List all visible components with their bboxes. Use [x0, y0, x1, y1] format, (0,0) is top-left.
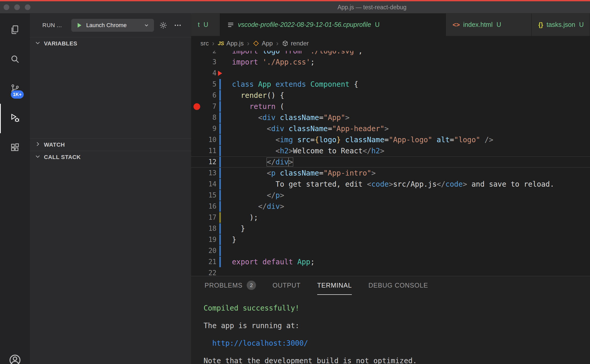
- activity-item-extensions[interactable]: [0, 133, 30, 163]
- code-line-18[interactable]: 18 }: [191, 223, 590, 234]
- breadcrumb-item-src[interactable]: src: [200, 40, 209, 47]
- breadcrumb-item-app-js[interactable]: JSApp.js: [218, 40, 244, 47]
- git-modified-gutter: [219, 134, 221, 145]
- code-line-17[interactable]: 17 );: [191, 212, 590, 223]
- breadcrumb-label: render: [291, 40, 309, 47]
- code-line-11[interactable]: 11 <h2>Welcome to React</h2>: [191, 145, 590, 156]
- section-header-variables[interactable]: VARIABLES: [30, 37, 191, 50]
- play-icon: [76, 22, 83, 29]
- more-actions-ellipsis-icon[interactable]: [173, 20, 183, 30]
- line-number[interactable]: 3: [191, 57, 216, 68]
- git-modified-gutter: [219, 112, 221, 123]
- line-number[interactable]: 12: [191, 156, 216, 168]
- panel-tab-output[interactable]: OUTPUT: [273, 276, 301, 295]
- account-icon[interactable]: [8, 353, 22, 364]
- run-panel-title: RUN ...: [42, 22, 62, 29]
- section-header-call-stack[interactable]: CALL STACK: [30, 151, 191, 163]
- debug-settings-gear-icon[interactable]: [158, 20, 168, 30]
- line-number[interactable]: 20: [191, 245, 216, 256]
- chevron-down-icon: [35, 40, 41, 48]
- terminal-localhost-link[interactable]: http://localhost:3000/: [204, 335, 590, 352]
- code-line-13[interactable]: 13 <p className="App-intro">: [191, 168, 590, 179]
- activity-item-explorer[interactable]: [0, 15, 30, 45]
- line-number[interactable]: 5: [191, 79, 216, 90]
- editor-tab-tasks-json[interactable]: {}tasks.jsonU: [532, 13, 590, 36]
- editor-tab-t[interactable]: tU: [191, 13, 220, 36]
- search-icon: [10, 54, 20, 65]
- line-number[interactable]: 11: [191, 145, 216, 156]
- editor-group: tUvscode-profile-2022-08-29-12-01-56.cpu…: [191, 13, 590, 364]
- line-number[interactable]: 16: [191, 201, 216, 212]
- git-modified-gutter: [219, 101, 221, 112]
- code-editor[interactable]: 2import logo from './logo.svg';3import '…: [191, 51, 590, 276]
- window-title: App.js — test-react-debug: [337, 4, 406, 11]
- code-line-5[interactable]: 5class App extends Component {: [191, 79, 590, 90]
- panel-tab-terminal[interactable]: TERMINAL: [317, 276, 352, 295]
- code-text: <div className="App">: [232, 112, 350, 123]
- line-number[interactable]: 2: [191, 51, 216, 57]
- minimize-window-button[interactable]: [14, 4, 20, 10]
- code-line-4[interactable]: 4: [191, 68, 590, 79]
- zoom-window-button[interactable]: [25, 4, 30, 10]
- variables-empty-body: [30, 50, 191, 138]
- line-number[interactable]: 9: [191, 123, 216, 134]
- code-line-22[interactable]: 22: [191, 267, 590, 276]
- activity-item-run-and-debug[interactable]: [0, 104, 30, 133]
- panel-tab-problems[interactable]: PROBLEMS2: [205, 276, 256, 295]
- chevron-right-icon: [35, 141, 41, 149]
- code-text: }: [232, 234, 236, 245]
- profile-file-icon: [227, 21, 235, 29]
- code-line-16[interactable]: 16 </div>: [191, 201, 590, 212]
- panel-tab-debug-console[interactable]: DEBUG CONSOLE: [368, 276, 428, 295]
- line-number[interactable]: 17: [191, 212, 216, 223]
- breadcrumb-item-render[interactable]: render: [282, 40, 309, 47]
- debug-launch-config-button[interactable]: Launch Chrome: [71, 19, 154, 32]
- bracket-match-box: </div: [267, 158, 289, 166]
- code-line-14[interactable]: 14 To get started, edit <code>src/App.js…: [191, 179, 590, 190]
- screen-share-border: [0, 0, 590, 1]
- line-number[interactable]: 8: [191, 112, 216, 123]
- line-number[interactable]: 14: [191, 179, 216, 190]
- line-number[interactable]: 18: [191, 223, 216, 234]
- code-line-9[interactable]: 9 <div className="App-header">: [191, 123, 590, 134]
- section-header-watch[interactable]: WATCH: [30, 138, 191, 151]
- editor-tab-vscode-profile-2022-08-29-12-01-56-cpuprofile[interactable]: vscode-profile-2022-08-29-12-01-56.cpupr…: [220, 13, 446, 36]
- editor-tab-index-html[interactable]: <>index.htmlU: [446, 13, 532, 36]
- git-modified-gutter: [219, 146, 221, 156]
- code-line-10[interactable]: 10 <img src={logo} className="App-logo" …: [191, 134, 590, 145]
- terminal-output[interactable]: Compiled successfully!The app is running…: [191, 295, 590, 364]
- code-text: <img src={logo} className="App-logo" alt…: [232, 134, 493, 145]
- code-line-12[interactable]: 12 </div>: [191, 156, 590, 168]
- code-line-6[interactable]: 6 render() {: [191, 90, 590, 101]
- code-line-2[interactable]: 2import logo from './logo.svg';: [191, 51, 590, 57]
- line-number[interactable]: 15: [191, 190, 216, 201]
- breadcrumb-separator-icon: ›: [212, 39, 214, 48]
- breadcrumb-item-app[interactable]: App: [253, 40, 273, 47]
- code-line-3[interactable]: 3import './App.css';: [191, 57, 590, 68]
- code-text: import logo from './logo.svg';: [232, 51, 363, 57]
- line-number[interactable]: 21: [191, 256, 216, 267]
- line-number[interactable]: 13: [191, 168, 216, 179]
- breakpoint-indicator[interactable]: [193, 103, 200, 110]
- close-window-button[interactable]: [4, 4, 9, 10]
- line-number[interactable]: 4: [191, 68, 216, 79]
- title-bar: App.js — test-react-debug: [0, 1, 590, 13]
- line-number[interactable]: 6: [191, 90, 216, 101]
- code-line-7[interactable]: 7 return (: [191, 101, 590, 112]
- panel-tab-bar: PROBLEMS2OUTPUTTERMINALDEBUG CONSOLE: [191, 276, 590, 295]
- line-number[interactable]: 19: [191, 234, 216, 245]
- activity-item-source-control[interactable]: 1K+: [0, 74, 30, 104]
- line-number[interactable]: 22: [191, 267, 216, 276]
- breadcrumb: src›JSApp.js›App›render: [191, 36, 590, 51]
- code-line-15[interactable]: 15 </p>: [191, 190, 590, 201]
- code-line-8[interactable]: 8 <div className="App">: [191, 112, 590, 123]
- git-modified-gutter: [219, 212, 221, 223]
- code-line-19[interactable]: 19}: [191, 234, 590, 245]
- code-line-21[interactable]: 21export default App;: [191, 256, 590, 267]
- breadcrumb-separator-icon: ›: [276, 39, 278, 48]
- bottom-panel: PROBLEMS2OUTPUTTERMINALDEBUG CONSOLE Com…: [191, 276, 590, 364]
- line-number[interactable]: 10: [191, 134, 216, 145]
- code-line-20[interactable]: 20: [191, 245, 590, 256]
- code-text: render() {: [232, 90, 284, 101]
- activity-item-search[interactable]: [0, 45, 30, 74]
